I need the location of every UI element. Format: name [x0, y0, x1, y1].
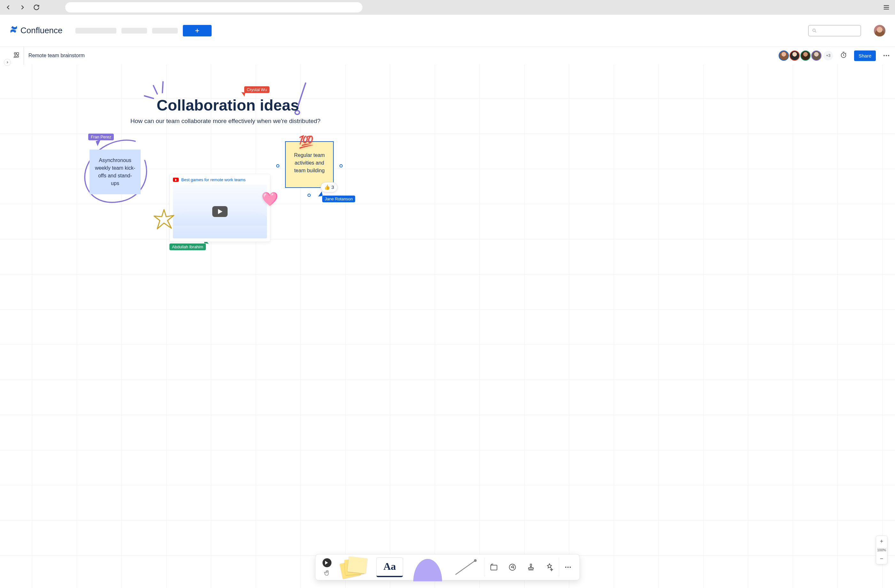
profile-avatar[interactable]: [874, 25, 885, 36]
app-name: Confluence: [20, 26, 63, 35]
sticker-100[interactable]: 💯: [299, 133, 314, 151]
forward-icon[interactable]: [19, 4, 26, 11]
zoom-out-button[interactable]: −: [876, 553, 887, 564]
page-header: Remote team brainstorm +3 Share: [0, 47, 895, 65]
video-embed[interactable]: Best games for remote work teams: [169, 174, 270, 242]
create-button[interactable]: [183, 25, 212, 36]
presence-more[interactable]: +3: [824, 51, 833, 61]
presence-avatar[interactable]: [800, 50, 811, 61]
back-icon[interactable]: [5, 4, 12, 11]
selection-handle[interactable]: [308, 194, 311, 197]
selection-handle[interactable]: [276, 164, 279, 167]
nav-placeholder: [121, 28, 147, 33]
sticker-tool-icon[interactable]: [540, 555, 559, 580]
sticky-text: Regular team activities and team buildin…: [294, 152, 325, 173]
toolbar-more-icon[interactable]: [559, 555, 577, 580]
youtube-icon: [173, 178, 179, 182]
whiteboard-title: Collaboration ideas: [156, 97, 299, 114]
whiteboard-icon: [13, 52, 20, 60]
sticky-tool[interactable]: [336, 555, 371, 580]
search-input[interactable]: [808, 25, 861, 36]
cursor-label-jane: Jane Rotanson: [322, 195, 355, 202]
search-icon: [812, 28, 817, 33]
whiteboard-subtitle: How can our team collaborate more effect…: [130, 118, 321, 125]
whiteboard-canvas[interactable]: Collaboration ideas How can our team col…: [0, 65, 895, 588]
video-title: Best games for remote work teams: [181, 177, 246, 182]
sticky-note-blue[interactable]: Asynchronous weekly team kick-offs and s…: [90, 150, 141, 194]
confluence-logo[interactable]: Confluence: [10, 25, 63, 36]
decoration-star: [153, 208, 175, 231]
reaction-thumbs[interactable]: 👍 3: [321, 182, 338, 193]
pointer-tool[interactable]: [323, 558, 331, 567]
whiteboard-toolbar: Aa: [315, 554, 580, 580]
more-menu-icon[interactable]: [883, 55, 889, 56]
timer-icon[interactable]: [840, 52, 847, 60]
stamp-tool-icon[interactable]: [522, 555, 540, 580]
svg-point-12: [570, 567, 571, 568]
svg-point-1: [14, 53, 16, 55]
share-button[interactable]: Share: [854, 50, 876, 61]
video-thumbnail: [173, 185, 267, 238]
zoom-controls: + 100% −: [876, 536, 887, 564]
page-title: Remote team brainstorm: [24, 47, 85, 65]
section-tool-icon[interactable]: [485, 555, 503, 580]
text-tool[interactable]: Aa: [371, 555, 408, 580]
zoom-level: 100%: [877, 547, 886, 553]
presence-avatars: +3: [779, 50, 833, 61]
nav-placeholder: [76, 28, 116, 33]
svg-point-3: [17, 56, 19, 58]
expand-sidebar-button[interactable]: [4, 59, 11, 66]
app-bar: Confluence: [0, 15, 895, 47]
presence-avatar[interactable]: [811, 50, 821, 61]
cursor-label-crystal: Crystal Wu: [244, 86, 270, 93]
nav-placeholder: [152, 28, 178, 33]
zoom-in-button[interactable]: +: [876, 536, 887, 547]
cursor-label-abdullah: Abdullah Ibrahim: [169, 244, 206, 250]
svg-point-0: [813, 29, 815, 31]
play-button[interactable]: [212, 206, 228, 217]
sticky-note-yellow-selected[interactable]: Regular team activities and team buildin…: [285, 141, 334, 188]
svg-point-9: [509, 564, 516, 570]
svg-rect-2: [17, 53, 18, 55]
presence-avatar[interactable]: [779, 50, 789, 61]
svg-rect-8: [491, 565, 497, 570]
address-bar[interactable]: [65, 2, 363, 12]
confluence-logo-icon: [10, 25, 18, 36]
selection-handle[interactable]: [340, 164, 343, 167]
line-tool[interactable]: [447, 555, 484, 580]
hand-tool-icon[interactable]: [324, 570, 330, 576]
svg-point-10: [565, 567, 566, 568]
svg-point-7: [474, 559, 476, 561]
browser-chrome: [0, 0, 895, 15]
svg-line-6: [455, 561, 475, 574]
presence-avatar[interactable]: [790, 50, 800, 61]
reload-icon[interactable]: [33, 4, 39, 11]
svg-point-11: [567, 567, 569, 568]
sticker-heart[interactable]: 🩷: [261, 191, 278, 207]
hamburger-icon[interactable]: [883, 4, 890, 11]
smart-link-tool-icon[interactable]: [503, 555, 522, 580]
shape-tool[interactable]: [408, 555, 447, 580]
